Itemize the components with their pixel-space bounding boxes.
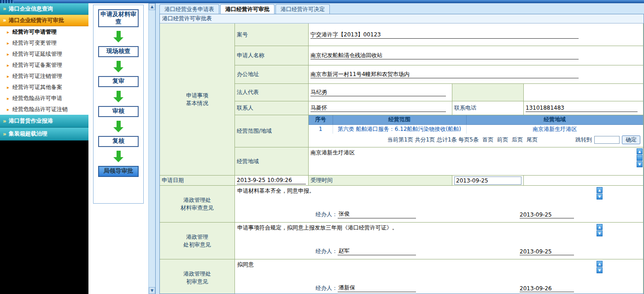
handler-name-input[interactable]: 潘新保 <box>338 284 416 292</box>
first-review-opinion-cell: 申请事项符合规定，拟同意上报发放三年期《港口经营许可证》。 ▲ ▼ 经办人： 赵… <box>235 223 644 259</box>
main-region: 港口经营业务申请表 港口经营许可审批 港口经营许可决定 港口经营许可审批表 申请… <box>155 3 644 294</box>
section-basic-info-label: 申请事项 基本情况 <box>160 24 235 176</box>
office-address-input[interactable]: 南京市新河一村11号4幢郑和农贸市场内 <box>310 71 579 78</box>
sidebar-item-license-record-mgmt[interactable]: ▸ 经营许可证备案管理 <box>0 59 88 71</box>
scroll-up-icon[interactable]: ▲ <box>597 187 603 193</box>
opinion-footer: 经办人： 赵军 2013-09-25 <box>235 247 643 259</box>
scope-row-area: 南京港新生圩港区 <box>466 124 643 134</box>
scrollbar-track[interactable] <box>149 10 155 287</box>
region-input[interactable]: 南京港新生圩港区 <box>310 149 355 157</box>
scope-col-area: 经营地域 <box>466 115 643 124</box>
office-address-label: 办公地址 <box>235 65 309 84</box>
sidebar-item-container-overload[interactable]: » 集装箱超载治理 <box>0 128 88 141</box>
sidebar-item-dangerous-goods-cancel[interactable]: ▸ 经营危险品许可证注销 <box>0 104 88 115</box>
accept-time-label: 受理时间 <box>309 176 452 186</box>
opinion-date-input[interactable]: 2013-09-25 <box>520 248 574 255</box>
tab-license-approval[interactable]: 港口经营许可审批 <box>220 4 275 14</box>
bullet-arrow-icon: ▸ <box>7 85 9 90</box>
bullet-arrow-icon: ▸ <box>7 74 9 79</box>
opinion-date-input[interactable]: 2013-09-25 <box>520 212 574 218</box>
legal-rep-cell: 马纪勇 <box>309 84 452 101</box>
opinion-scrollbar: ▲ ▼ <box>597 187 603 200</box>
workflow-step-material-review[interactable]: 申请及材料审查 <box>98 9 139 27</box>
apply-date-cell: 2013-9-25 10:09:26 <box>235 176 309 186</box>
sidebar-item-label: 经营许可证注销管理 <box>12 72 62 80</box>
sidebar-item-license-cancel-mgmt[interactable]: ▸ 经营许可证注销管理 <box>0 71 88 82</box>
sidebar-item-cargo-report[interactable]: » 港口普货作业报港 <box>0 115 88 128</box>
menu-chevrons-icon: » <box>3 17 6 24</box>
opinion-date-input[interactable]: 2013-09-26 <box>520 285 574 292</box>
material-review-opinion-text[interactable]: 申请材料基本齐全，同意申报。 <box>235 186 643 210</box>
handler-label: 经办人： <box>316 247 338 255</box>
workflow-step-audit[interactable]: 审核 <box>98 106 139 117</box>
phone-input[interactable]: 13101881483 <box>526 104 638 112</box>
sidebar: » 港口企业信息查询 » 港口企业经营许可审批 ▸ 经营许可申请管理 ▸ 经营许… <box>0 3 88 294</box>
first-review-opinion-text[interactable]: 申请事项符合规定，拟同意上报发放三年期《港口经营许可证》。 <box>235 223 643 247</box>
applicant-input[interactable]: 南京纪发船舶清仓残油回收站 <box>310 52 579 59</box>
handler-name-input[interactable]: 赵军 <box>338 247 416 255</box>
legal-rep-input[interactable]: 马纪勇 <box>310 88 446 96</box>
sidebar-item-license-apply-mgmt[interactable]: ▸ 经营许可申请管理 <box>0 26 88 37</box>
scroll-up-icon[interactable]: ▲ <box>149 3 155 10</box>
scroll-up-icon[interactable]: ▲ <box>597 261 603 267</box>
bullet-arrow-icon: ▸ <box>7 52 9 57</box>
workflow-step-recheck[interactable]: 复审 <box>98 76 139 87</box>
jump-confirm-button[interactable]: 确定 <box>622 135 640 144</box>
scrollbar-thumb[interactable] <box>637 155 643 161</box>
workflow-step-leader-approval[interactable]: 局领导审批 <box>98 166 139 177</box>
legal-rep-label: 法人代表 <box>235 84 309 101</box>
workflow-step-review[interactable]: 复核 <box>98 136 139 147</box>
pagination-first-link[interactable]: 首页 <box>482 136 493 144</box>
applicant-row: 申请人名称 南京纪发船舶清仓残油回收站 <box>235 46 644 65</box>
sidebar-item-enterprise-info-query[interactable]: » 港口企业信息查询 <box>0 3 88 15</box>
body-row: » 港口企业信息查询 » 港口企业经营许可审批 ▸ 经营许可申请管理 ▸ 经营许… <box>0 3 644 294</box>
scroll-down-icon[interactable]: ▼ <box>597 230 603 236</box>
opinion-footer: 经办人： 张俊 2013-09-25 <box>235 210 643 222</box>
material-review-opinion-row: 港政管理处 材料审查意见 申请材料基本齐全，同意申报。 ▲ ▼ 经办人： 张俊 … <box>160 186 644 223</box>
scroll-down-icon[interactable]: ▼ <box>597 194 603 200</box>
menu-chevrons-icon: » <box>3 131 6 137</box>
scope-col-range: 经营范围 <box>333 115 466 124</box>
accept-time-input[interactable]: 2013-09-25 <box>454 176 521 185</box>
contact-cell: 马菱怀 <box>309 101 452 115</box>
handler-name-input[interactable]: 张俊 <box>338 210 416 218</box>
sidebar-item-label: 港口普货作业报港 <box>9 117 53 125</box>
pagination-next-link[interactable]: 后页 <box>512 136 523 144</box>
sidebar-item-license-approval-group[interactable]: » 港口企业经营许可审批 <box>0 15 88 26</box>
sidebar-item-label: 经营许可证备案管理 <box>12 61 62 69</box>
scope-table-row[interactable]: 1 第六类 船舶港口服务：6.12船舶污染物接收(船舶) 南京港新生圩港区 <box>309 124 643 134</box>
applicant-cell: 南京纪发船舶清仓残油回收站 <box>309 46 644 65</box>
contact-input[interactable]: 马菱怀 <box>310 104 446 112</box>
sidebar-item-label: 经营危险品许可申请 <box>12 94 62 102</box>
scroll-down-icon[interactable]: ▼ <box>149 287 155 294</box>
pagination-last-link[interactable]: 尾页 <box>527 136 538 144</box>
jump-to-label: 跳转到 <box>575 136 592 144</box>
scroll-down-icon[interactable]: ▼ <box>597 267 603 273</box>
sidebar-item-license-renewal-mgmt[interactable]: ▸ 经营许可证延续管理 <box>0 48 88 59</box>
scope-col-seq: 序号 <box>309 115 333 124</box>
jump-page-input[interactable] <box>594 136 620 144</box>
case-no-input[interactable]: 宁交港许字【2013】00123 <box>310 31 579 39</box>
sidebar-item-label: 集装箱超载治理 <box>9 130 47 138</box>
workflow-step-site-check[interactable]: 现场核查 <box>98 46 139 57</box>
vertical-scrollbar[interactable]: ▲ ▼ <box>148 3 155 294</box>
sidebar-item-dangerous-goods-apply[interactable]: ▸ 经营危险品许可申请 <box>0 93 88 104</box>
phone-cell: 13101881483 <box>524 101 644 115</box>
material-review-opinion-cell: 申请材料基本齐全，同意申报。 ▲ ▼ 经办人： 张俊 2013-09-25 <box>235 186 644 223</box>
tab-business-application-form[interactable]: 港口经营业务申请表 <box>159 4 219 14</box>
scope-label: 经营范围/地域 <box>235 115 309 147</box>
second-review-opinion-text[interactable]: 拟同意 <box>235 259 643 284</box>
scroll-down-icon[interactable]: ▼ <box>637 161 643 167</box>
apply-date-label: 申请日期 <box>160 176 235 186</box>
apply-date-input[interactable]: 2013-9-25 10:09:26 <box>237 176 306 184</box>
tab-license-decision[interactable]: 港口经营许可决定 <box>275 4 330 14</box>
menu-chevrons-icon: » <box>3 6 6 12</box>
sidebar-item-license-other-record[interactable]: ▸ 经营许可证其他备案 <box>0 82 88 93</box>
sidebar-item-label: 经营危险品许可证注销 <box>12 106 68 113</box>
pagination-prev-link[interactable]: 前页 <box>497 136 508 144</box>
sidebar-item-license-change-mgmt[interactable]: ▸ 经营许可变更管理 <box>0 37 88 48</box>
content-panel: 港口经营许可审批表 申请事项 基本情况 案号 宁交港许字【2013】00123 <box>159 14 644 294</box>
sidebar-item-label: 港口企业信息查询 <box>9 5 53 13</box>
scroll-up-icon[interactable]: ▲ <box>637 148 643 154</box>
scroll-up-icon[interactable]: ▲ <box>597 224 603 230</box>
